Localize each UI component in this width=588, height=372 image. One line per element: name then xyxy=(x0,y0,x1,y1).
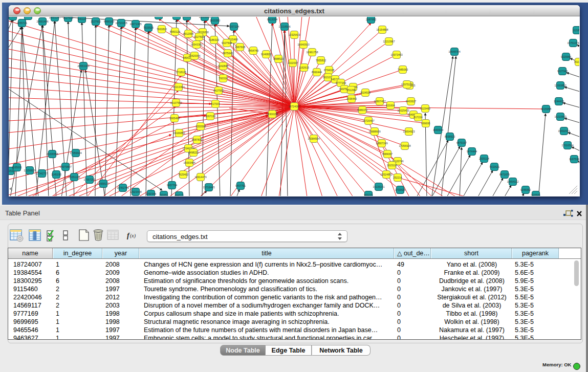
svg-text:12093852: 12093852 xyxy=(554,84,566,87)
svg-text:10025433: 10025433 xyxy=(397,109,409,112)
svg-text:16961758: 16961758 xyxy=(306,51,318,54)
svg-text:1603380: 1603380 xyxy=(210,19,220,22)
svg-text:9146821: 9146821 xyxy=(261,53,271,56)
svg-text:9245052: 9245052 xyxy=(520,188,531,191)
svg-text:5875645: 5875645 xyxy=(223,52,233,55)
svg-text:16914479: 16914479 xyxy=(194,176,206,179)
svg-text:1162615: 1162615 xyxy=(299,66,309,69)
svg-text:1340557: 1340557 xyxy=(9,17,18,18)
svg-text:9329966: 9329966 xyxy=(561,55,571,58)
svg-text:15716445: 15716445 xyxy=(203,186,214,189)
svg-text:9457794: 9457794 xyxy=(167,184,177,187)
svg-text:16782759: 16782759 xyxy=(117,186,128,189)
svg-text:1322037: 1322037 xyxy=(288,61,298,64)
svg-text:2935114: 2935114 xyxy=(479,157,489,160)
svg-text:8990444: 8990444 xyxy=(312,71,322,74)
svg-text:16107552: 16107552 xyxy=(170,101,182,104)
svg-text:(x): (x) xyxy=(130,233,136,239)
svg-text:817224: 817224 xyxy=(413,116,422,119)
svg-text:6466160: 6466160 xyxy=(104,20,114,23)
svg-text:7632621: 7632621 xyxy=(489,165,499,168)
svg-text:1615112: 1615112 xyxy=(387,164,397,167)
svg-text:16154808: 16154808 xyxy=(376,28,388,31)
svg-text:3215958: 3215958 xyxy=(541,107,551,111)
svg-text:6794028: 6794028 xyxy=(324,69,334,72)
svg-text:963215: 963215 xyxy=(364,193,373,196)
svg-text:8471676: 8471676 xyxy=(499,173,510,176)
svg-text:20553346: 20553346 xyxy=(77,64,89,68)
svg-text:8186323: 8186323 xyxy=(209,38,219,41)
svg-text:3024534: 3024534 xyxy=(360,91,371,94)
svg-text:2718126: 2718126 xyxy=(176,71,186,74)
svg-text:19166852: 19166852 xyxy=(173,132,185,135)
svg-text:163382: 163382 xyxy=(172,17,181,17)
svg-text:8912954: 8912954 xyxy=(183,32,193,35)
svg-text:8938923: 8938923 xyxy=(445,135,455,138)
svg-text:16210643: 16210643 xyxy=(554,115,566,118)
svg-text:15051135: 15051135 xyxy=(69,176,80,179)
svg-text:1353594: 1353594 xyxy=(195,125,206,128)
svg-text:1588520: 1588520 xyxy=(273,57,284,60)
svg-text:15751074: 15751074 xyxy=(567,41,579,45)
svg-text:9327508: 9327508 xyxy=(222,41,232,45)
svg-text:699695: 699695 xyxy=(421,122,430,125)
svg-text:7663822: 7663822 xyxy=(157,28,167,31)
svg-text:9457791: 9457791 xyxy=(235,184,246,187)
svg-text:7485063: 7485063 xyxy=(398,68,408,71)
svg-text:17016504: 17016504 xyxy=(561,144,573,147)
svg-text:12156829: 12156829 xyxy=(24,169,35,172)
svg-text:13218506: 13218506 xyxy=(278,25,290,28)
svg-text:14136141: 14136141 xyxy=(373,185,384,188)
svg-text:9227343: 9227343 xyxy=(557,70,568,73)
svg-text:3267130: 3267130 xyxy=(205,115,215,118)
svg-text:9242848: 9242848 xyxy=(218,64,228,68)
svg-text:1733426: 1733426 xyxy=(395,188,405,191)
svg-text:2055721: 2055721 xyxy=(17,21,27,25)
svg-text:817003: 817003 xyxy=(211,102,220,105)
svg-text:1527612: 1527612 xyxy=(63,17,73,19)
svg-text:1292344: 1292344 xyxy=(146,192,156,195)
svg-text:12923448: 12923448 xyxy=(129,190,141,193)
svg-text:15720407: 15720407 xyxy=(362,119,374,122)
svg-text:2984067: 2984067 xyxy=(382,152,393,156)
svg-text:16640910: 16640910 xyxy=(297,43,309,46)
svg-text:19975887: 19975887 xyxy=(59,165,71,168)
svg-text:10719155: 10719155 xyxy=(115,21,127,25)
svg-text:12213967: 12213967 xyxy=(383,40,395,43)
svg-text:896012: 896012 xyxy=(182,17,191,18)
svg-text:12213363: 12213363 xyxy=(172,85,184,89)
svg-text:1165001: 1165001 xyxy=(12,166,22,169)
svg-text:16671385: 16671385 xyxy=(129,23,141,26)
svg-text:8427552: 8427552 xyxy=(213,89,224,92)
svg-text:2986372: 2986372 xyxy=(357,108,367,112)
svg-text:1640934: 1640934 xyxy=(433,128,443,132)
svg-text:18724007: 18724007 xyxy=(288,105,300,108)
svg-text:1527602: 1527602 xyxy=(91,20,101,23)
svg-text:946116: 946116 xyxy=(78,17,86,20)
svg-text:17056928: 17056928 xyxy=(399,144,410,147)
svg-text:9115460: 9115460 xyxy=(420,107,430,110)
svg-text:8960124: 8960124 xyxy=(170,30,180,33)
svg-text:351268: 351268 xyxy=(346,89,355,92)
svg-text:9777169: 9777169 xyxy=(336,81,346,84)
svg-text:10958177: 10958177 xyxy=(97,182,109,185)
svg-text:6879197: 6879197 xyxy=(456,141,467,144)
svg-text:13654923: 13654923 xyxy=(403,130,415,133)
svg-text:9463627: 9463627 xyxy=(406,100,416,103)
svg-text:16093484: 16093484 xyxy=(183,161,195,164)
svg-text:884513: 884513 xyxy=(175,194,183,196)
svg-text:1244415: 1244415 xyxy=(554,100,564,103)
svg-text:832201: 832201 xyxy=(574,60,579,63)
svg-text:18807249: 18807249 xyxy=(376,142,387,145)
svg-text:17342737: 17342737 xyxy=(36,172,48,175)
svg-text:16543382: 16543382 xyxy=(190,43,202,46)
svg-text:252214: 252214 xyxy=(393,176,402,179)
svg-text:7955812: 7955812 xyxy=(316,59,326,62)
svg-text:13524851: 13524851 xyxy=(380,173,392,176)
svg-text:9327503: 9327503 xyxy=(194,35,204,38)
svg-text:18300295: 18300295 xyxy=(266,113,278,116)
svg-text:793451: 793451 xyxy=(159,193,168,196)
svg-text:2087682: 2087682 xyxy=(366,18,376,21)
svg-text:1498222: 1498222 xyxy=(188,151,199,154)
svg-text:621604: 621604 xyxy=(386,104,395,107)
